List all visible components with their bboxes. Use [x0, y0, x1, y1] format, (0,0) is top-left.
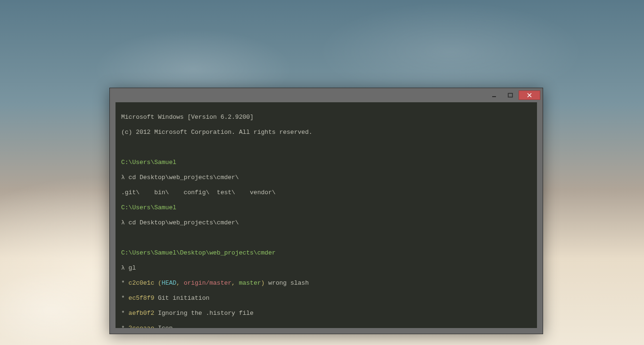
prompt-lambda: λ	[121, 219, 125, 226]
prompt-lambda: λ	[121, 174, 125, 181]
log-line: * aefb0f2 Ignoring the .history file	[121, 310, 531, 317]
blank-line	[121, 234, 531, 242]
svg-rect-1	[508, 93, 512, 97]
terminal-output[interactable]: Microsoft Windows [Version 6.2.9200] (c)…	[116, 102, 537, 328]
version-line: Microsoft Windows [Version 6.2.9200]	[121, 114, 531, 121]
prompt-path: C:\Users\Samuel	[121, 159, 176, 166]
log-line: * 2cceaae Icon	[121, 325, 531, 328]
copyright-line: (c) 2012 Microsoft Corporation. All righ…	[121, 129, 531, 136]
prompt-lambda: λ	[121, 264, 125, 271]
close-button[interactable]	[519, 90, 540, 100]
cmd-text: cd Desktop\web_projects\cmder\	[125, 174, 239, 181]
log-line: * c2c0e1c (HEAD, origin/master, master) …	[121, 279, 531, 287]
cmd-text: cd Desktop\web_projects\cmder\	[125, 219, 239, 226]
log-line: * ec5f8f9 Git initiation	[121, 295, 531, 302]
minimize-button[interactable]	[487, 90, 503, 100]
dir-listing: .git\ bin\ config\ test\ vendor\	[121, 189, 531, 197]
svg-rect-0	[492, 96, 496, 97]
prompt-path: C:\Users\Samuel\Desktop\web_projects\cmd…	[121, 249, 276, 256]
maximize-button[interactable]	[503, 90, 519, 100]
terminal-window: Microsoft Windows [Version 6.2.9200] (c)…	[109, 88, 543, 334]
blank-line	[121, 144, 531, 151]
cmd-text: gl	[125, 264, 136, 271]
prompt-path: C:\Users\Samuel	[121, 204, 176, 211]
window-titlebar[interactable]	[110, 88, 543, 102]
